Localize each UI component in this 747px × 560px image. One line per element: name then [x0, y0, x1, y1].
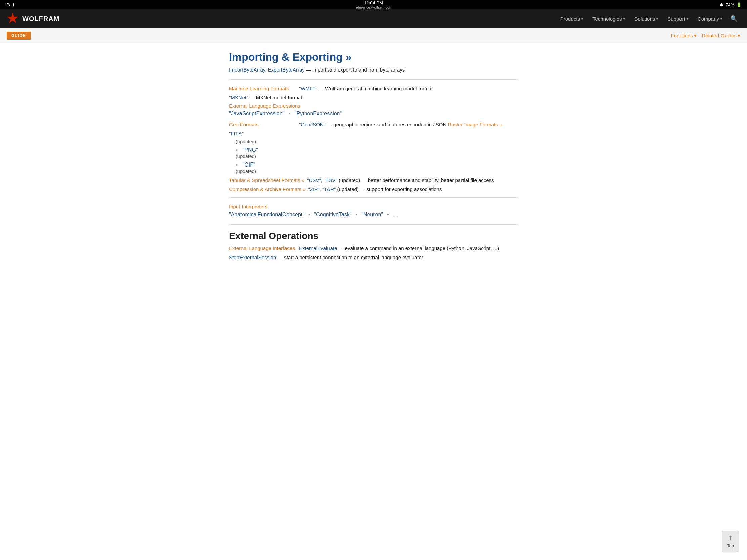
js-python-row: "JavaScriptExpression" ▪ "PythonExpressi… [229, 111, 518, 117]
time-display: 11:04 PM [355, 0, 392, 5]
gif-updated: (updated) [236, 168, 518, 174]
start-external-session-link[interactable]: StartExternalSession [229, 255, 276, 260]
png-row: ▪ "PNG" [229, 147, 518, 153]
page-title[interactable]: Importing & Exporting » [229, 51, 518, 63]
status-center: 11:04 PM reference.wolfram.com [355, 0, 392, 9]
png-bullet: ▪ [236, 147, 238, 153]
battery-label: 74% [725, 2, 734, 7]
tabular-desc: (updated) — better performance and stabi… [339, 177, 494, 183]
nav-support[interactable]: Support ▾ [663, 14, 692, 25]
nav-company-label: Company [698, 16, 719, 22]
nav-technologies-label: Technologies [592, 16, 622, 22]
external-evaluate-desc: — evaluate a command in an external lang… [339, 245, 499, 251]
geo-formats-content: "GeoJSON" — geographic regions and featu… [299, 122, 518, 127]
bullet-1: ▪ [288, 111, 290, 117]
related-guides-link[interactable]: Related Guides ▾ [702, 32, 740, 38]
wolfram-logo[interactable]: WOLFRAM [7, 13, 59, 25]
machine-learning-label[interactable]: Machine Learning Formats [229, 86, 296, 91]
gif-bullet: ▪ [236, 162, 238, 168]
geojson-desc: — geographic regions and features encode… [327, 122, 448, 127]
guide-badge: GUIDE [7, 31, 31, 39]
functions-link[interactable]: Functions ▾ [671, 32, 697, 38]
neuron-link[interactable]: "Neuron" [361, 212, 383, 218]
mxnet-link[interactable]: "MXNet" [229, 95, 248, 100]
import-byte-array-link[interactable]: ImportByteArray, ExportByteArray [229, 67, 305, 73]
external-evaluate-link[interactable]: ExternalEvaluate [299, 245, 337, 251]
compression-formats-label[interactable]: Compression & Archive Formats » [229, 186, 306, 192]
input-interpreters-heading[interactable]: Input Interpreters [229, 204, 518, 210]
divider-2 [229, 197, 518, 198]
ipad-label: iPad [5, 2, 14, 7]
navbar: WOLFRAM Products ▾ Technologies ▾ Soluti… [0, 9, 747, 28]
support-chevron: ▾ [687, 17, 688, 21]
nav-solutions-label: Solutions [635, 16, 655, 22]
input-interpreters-row: "AnatomicalFunctionalConcept" ▪ "Cogniti… [229, 212, 518, 218]
external-language-row: External Language Interfaces ExternalEva… [229, 245, 518, 251]
geo-formats-row: Geo Formats "GeoJSON" — geographic regio… [229, 122, 518, 127]
status-bar: iPad 11:04 PM reference.wolfram.com ✱ 74… [0, 0, 747, 9]
functions-chevron: ▾ [694, 32, 697, 38]
sub-nav-right: Functions ▾ Related Guides ▾ [671, 32, 740, 38]
tabular-formats-label[interactable]: Tabular & Spreadsheet Formats » [229, 177, 304, 183]
javascript-expression-link[interactable]: "JavaScriptExpression" [229, 111, 284, 117]
zip-tar-link[interactable]: "ZIP", "TAR" [308, 186, 336, 192]
machine-learning-content: "WMLF" — Wolfram general machine learnin… [299, 86, 518, 91]
external-language-interfaces-label[interactable]: External Language Interfaces [229, 245, 296, 251]
geojson-link[interactable]: "GeoJSON" [299, 122, 326, 127]
nav-technologies[interactable]: Technologies ▾ [589, 14, 629, 25]
tabular-row: Tabular & Spreadsheet Formats » "CSV", "… [229, 177, 518, 183]
gif-row: ▪ "GIF" [229, 162, 518, 168]
python-expression-link[interactable]: "PythonExpression" [294, 111, 342, 117]
company-chevron: ▾ [720, 17, 722, 21]
start-external-session-desc: — start a persistent connection to an ex… [278, 255, 423, 260]
nav-products[interactable]: Products ▾ [556, 14, 587, 25]
wmlf-link[interactable]: "WMLF" [299, 86, 317, 91]
cognitive-task-link[interactable]: "CognitiveTask" [314, 212, 352, 218]
nav-solutions[interactable]: Solutions ▾ [630, 14, 662, 25]
csv-tsv-link[interactable]: "CSV", "TSV" [307, 177, 337, 183]
search-button[interactable]: 🔍 [727, 12, 740, 25]
divider-1 [229, 79, 518, 80]
page-subtitle: ImportByteArray, ExportByteArray — impor… [229, 67, 518, 73]
wmlf-desc: — Wolfram general machine learning model… [319, 86, 433, 91]
external-operations-heading: External Operations [229, 231, 518, 241]
url-display: reference.wolfram.com [355, 5, 392, 9]
logo-text: WOLFRAM [22, 15, 59, 23]
nav-company[interactable]: Company ▾ [694, 14, 726, 25]
raster-image-formats-link[interactable]: Raster Image Formats » [448, 122, 502, 127]
png-updated: (updated) [236, 154, 518, 159]
png-link[interactable]: "PNG" [242, 147, 258, 153]
start-external-session-row: StartExternalSession — start a persisten… [229, 255, 518, 260]
mxnet-row: "MXNet" — MXNet model format [229, 95, 518, 100]
gif-link[interactable]: "GIF" [242, 162, 255, 168]
battery-icon: 🔋 [736, 2, 742, 7]
solutions-chevron: ▾ [656, 17, 658, 21]
bluetooth-icon: ✱ [720, 2, 723, 7]
compression-desc: (updated) — support for exporting associ… [337, 186, 442, 192]
technologies-chevron: ▾ [623, 17, 625, 21]
anatomical-link[interactable]: "AnatomicalFunctionalConcept" [229, 212, 304, 218]
related-guides-chevron: ▾ [738, 32, 740, 38]
bullet-2: ▪ [308, 212, 310, 218]
fits-row: "FITS" [229, 131, 518, 136]
nav-products-label: Products [560, 16, 580, 22]
ellipsis: ... [393, 212, 397, 218]
nav-links: Products ▾ Technologies ▾ Solutions ▾ Su… [556, 12, 740, 25]
main-content: Importing & Exporting » ImportByteArray,… [222, 43, 525, 276]
status-right: ✱ 74% 🔋 [720, 2, 742, 7]
fits-link[interactable]: "FITS" [229, 131, 243, 136]
machine-learning-row: Machine Learning Formats "WMLF" — Wolfra… [229, 86, 518, 91]
external-evaluate-content: ExternalEvaluate — evaluate a command in… [299, 245, 518, 251]
sub-nav: GUIDE Functions ▾ Related Guides ▾ [0, 28, 747, 43]
compression-row: Compression & Archive Formats » "ZIP", "… [229, 186, 518, 192]
functions-label: Functions [671, 32, 693, 38]
mxnet-desc: — MXNet model format [250, 95, 302, 100]
related-guides-label: Related Guides [702, 32, 737, 38]
external-language-expressions-heading[interactable]: External Language Expressions [229, 103, 518, 109]
nav-support-label: Support [667, 16, 685, 22]
bullet-3: ▪ [356, 212, 358, 218]
geo-formats-label[interactable]: Geo Formats [229, 122, 296, 127]
svg-marker-0 [8, 14, 18, 23]
subtitle-text: — import and export to and from byte arr… [306, 67, 405, 73]
bullet-4: ▪ [387, 212, 389, 218]
